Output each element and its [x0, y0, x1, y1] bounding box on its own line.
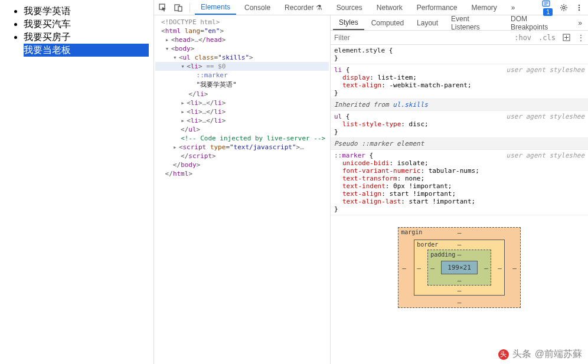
inspect-icon[interactable] — [156, 1, 169, 14]
rule-marker[interactable]: user agent styleshee ::marker { unicode-… — [331, 150, 588, 215]
rule-ul[interactable]: user agent styleshee ul { list-style-typ… — [331, 111, 588, 138]
svg-point-8 — [579, 4, 580, 6]
svg-rect-2 — [178, 6, 182, 11]
device-toggle-icon[interactable] — [172, 1, 185, 14]
box-label-border: border — [417, 241, 438, 248]
kebab-icon[interactable] — [573, 1, 586, 14]
rule-li[interactable]: user agent styleshee li { display: list-… — [331, 64, 588, 99]
rendered-page: 我要学英语 我要买汽车 我要买房子 我要当老板 — [0, 0, 153, 364]
styles-panel: Styles Computed Layout Event Listeners D… — [330, 15, 588, 364]
tab-sources[interactable]: Sources — [331, 1, 368, 14]
hov-toggle[interactable]: :hov — [511, 34, 535, 42]
list-item[interactable]: 我要买房子 — [24, 31, 149, 44]
rule-source: user agent styleshee — [507, 113, 584, 120]
elements-tree[interactable]: <!DOCTYPE html> <html lang="en"> ▸<head>… — [154, 15, 330, 364]
box-label-padding: padding — [430, 251, 455, 258]
svg-point-9 — [579, 6, 580, 8]
svg-point-10 — [579, 9, 580, 11]
new-style-rule-button[interactable] — [559, 34, 574, 41]
box-content-size: 199×21 — [441, 261, 478, 274]
styles-sub-tabbar: Styles Computed Layout Event Listeners D… — [331, 15, 588, 31]
skills-list: 我要学英语 我要买汽车 我要买房子 我要当老板 — [24, 5, 149, 57]
devtools-panel: Elements Console Recorder ⚗ Sources Netw… — [153, 0, 588, 364]
tab-network[interactable]: Network — [371, 1, 409, 14]
styles-filter-input[interactable] — [331, 31, 511, 44]
list-item[interactable]: 我要买汽车 — [24, 18, 149, 31]
divider — [190, 3, 190, 12]
tab-computed[interactable]: Computed — [365, 17, 410, 29]
box-label-margin: margin — [401, 229, 422, 235]
rule-source: user agent styleshee — [507, 66, 584, 74]
watermark: 头 头条 @前端苏蘇 — [498, 348, 582, 360]
more-icon[interactable]: ⋮ — [574, 34, 588, 42]
box-model-diagram: margin – – – – border – – – – — [331, 215, 588, 332]
tab-elements[interactable]: Elements — [195, 1, 236, 15]
tab-console[interactable]: Console — [239, 1, 276, 14]
tabs-overflow[interactable]: » — [572, 17, 588, 29]
tab-layout[interactable]: Layout — [411, 17, 444, 29]
svg-point-7 — [563, 6, 565, 9]
watermark-icon: 头 — [498, 349, 509, 360]
inherited-link[interactable]: ul.skills — [393, 101, 428, 109]
inherited-from-header: Inherited from ul.skills — [331, 99, 588, 111]
cls-toggle[interactable]: .cls — [535, 34, 559, 42]
flask-icon: ⚗ — [316, 4, 322, 12]
list-item-selected[interactable]: 我要当老板 — [24, 44, 149, 57]
styles-filter-row: :hov .cls ⋮ — [331, 31, 588, 45]
pseudo-header: Pseudo ::marker element — [331, 138, 588, 150]
tab-styles[interactable]: Styles — [333, 16, 364, 30]
tab-recorder[interactable]: Recorder ⚗ — [279, 1, 328, 14]
selected-dom-node[interactable]: ⋯ ▾<li> == $0 — [155, 62, 329, 71]
rule-source: user agent styleshee — [507, 152, 584, 159]
list-item[interactable]: 我要学英语 — [24, 5, 149, 18]
rule-element-style[interactable]: element.style { } — [331, 45, 588, 64]
